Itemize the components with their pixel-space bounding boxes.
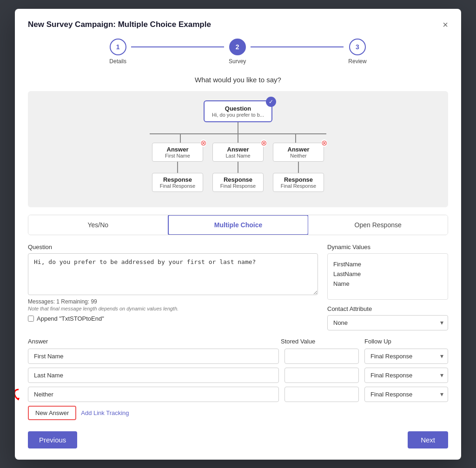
contact-attr-select-wrapper: None xyxy=(327,315,448,330)
step-details: 1 Details xyxy=(109,39,126,65)
tab-multiple-choice[interactable]: Multiple Choice xyxy=(168,215,309,235)
answer-input-3[interactable] xyxy=(28,387,279,402)
answer-node-1[interactable]: Answer First Name ⊗ xyxy=(152,143,203,162)
add-link-button[interactable]: Add Link Tracking xyxy=(81,409,129,416)
modal-overlay: New Survey Campaign: Multiple Choice Exa… xyxy=(0,0,476,468)
contact-attr-select[interactable]: None xyxy=(327,315,448,330)
next-button[interactable]: Next xyxy=(408,431,448,448)
dynamic-value-name[interactable]: Name xyxy=(333,279,442,289)
answer-row-2: Final Response xyxy=(28,368,448,383)
dynamic-value-lastname[interactable]: LastName xyxy=(333,269,442,279)
followup-select-2[interactable]: Final Response xyxy=(364,368,448,383)
contact-attr-label: Contact Attribute xyxy=(327,305,448,312)
form-right: Dynamic Values FirstName LastName Name C… xyxy=(327,244,448,330)
answers-section: Answer Stored Value Follow Up Final Resp… xyxy=(28,338,448,420)
response-node-2-title: Response xyxy=(218,176,258,183)
col-answer-label: Answer xyxy=(28,338,271,345)
answer-node-2[interactable]: Answer Last Name ⊗ xyxy=(212,143,264,162)
v-line-a3 xyxy=(298,162,299,173)
form-section: Question Hi, do you prefer to be address… xyxy=(28,244,448,330)
answer-row-container: Answer First Name ⊗ Response Final Respo… xyxy=(152,143,324,192)
dynamic-values-label: Dynamic Values xyxy=(327,244,448,250)
step-circle-2: 2 xyxy=(229,39,246,55)
question-node[interactable]: Question Hi, do you prefer to b... ✓ xyxy=(204,100,272,122)
previous-button[interactable]: Previous xyxy=(28,431,77,448)
branch-col-1: Answer First Name ⊗ Response Final Respo… xyxy=(152,143,203,192)
append-checkbox[interactable] xyxy=(28,316,34,322)
followup-wrapper-3: Final Response xyxy=(364,387,448,402)
question-node-title: Question xyxy=(212,105,264,112)
v-line-top xyxy=(238,122,238,133)
answer-row-3: Final Response xyxy=(28,387,448,402)
question-node-subtitle: Hi, do you prefer to b... xyxy=(212,112,264,118)
step-label-2: Survey xyxy=(229,58,246,65)
append-label: Append "TxtSTOPtoEnd" xyxy=(37,315,104,322)
step-circle-1: 1 xyxy=(110,39,126,55)
remove-answer-2[interactable]: ⊗ xyxy=(261,139,267,147)
close-button[interactable]: × xyxy=(443,20,448,29)
question-node-badge: ✓ xyxy=(266,97,276,107)
modal-header: New Survey Campaign: Multiple Choice Exa… xyxy=(28,20,448,29)
followup-select-3[interactable]: Final Response xyxy=(364,387,448,402)
modal: New Survey Campaign: Multiple Choice Exa… xyxy=(15,9,461,460)
followup-wrapper-1: Final Response xyxy=(364,349,448,364)
response-node-3[interactable]: Response Final Response xyxy=(273,173,324,192)
response-node-2[interactable]: Response Final Response xyxy=(212,173,264,192)
followup-select-1[interactable]: Final Response xyxy=(364,349,448,364)
answer-node-1-title: Answer xyxy=(158,146,197,153)
dynamic-value-firstname[interactable]: FirstName xyxy=(333,259,442,269)
response-node-3-title: Response xyxy=(279,176,318,183)
tree-wrapper: Question Hi, do you prefer to b... ✓ xyxy=(150,100,326,192)
remove-answer-3[interactable]: ⊗ xyxy=(321,139,327,147)
response-node-1[interactable]: Response Final Response xyxy=(152,173,203,192)
response-node-2-subtitle: Final Response xyxy=(218,183,258,189)
step-label-1: Details xyxy=(109,58,126,65)
step-circle-3: 3 xyxy=(349,39,366,55)
tab-open-response[interactable]: Open Response xyxy=(308,215,448,235)
red-arrow-icon xyxy=(15,386,27,402)
followup-wrapper-2: Final Response xyxy=(364,368,448,383)
stored-input-3[interactable] xyxy=(284,387,359,402)
stored-input-1[interactable] xyxy=(284,349,359,364)
answers-header: Answer Stored Value Follow Up xyxy=(28,338,448,345)
response-node-1-subtitle: Final Response xyxy=(158,183,197,189)
col-followup-label: Follow Up xyxy=(364,338,448,345)
red-arrow-indicator xyxy=(15,386,27,402)
v-line-a1 xyxy=(177,162,178,173)
branch-col-3: Answer Neither ⊗ Response Final Response xyxy=(273,143,324,192)
answer-node-3[interactable]: Answer Neither ⊗ xyxy=(273,143,324,162)
field-meta: Messages: 1 Remaining: 99 xyxy=(28,298,318,305)
append-checkbox-row: Append "TxtSTOPtoEnd" xyxy=(28,315,318,322)
tab-yes-no[interactable]: Yes/No xyxy=(28,215,168,235)
response-node-3-subtitle: Final Response xyxy=(279,183,318,189)
answer-node-2-title: Answer xyxy=(218,146,258,153)
flow-section-title: What would you like to say? xyxy=(28,76,448,84)
answer-node-3-subtitle: Neither xyxy=(279,153,318,158)
question-textarea[interactable]: Hi, do you prefer to be addressed by you… xyxy=(28,253,318,295)
answer-node-1-subtitle: First Name xyxy=(158,153,197,158)
step-survey: 2 Survey xyxy=(229,39,246,65)
stored-input-2[interactable] xyxy=(284,368,359,383)
tabs-row: Yes/No Multiple Choice Open Response xyxy=(28,215,448,235)
form-left: Question Hi, do you prefer to be address… xyxy=(28,244,318,330)
answer-node-2-subtitle: Last Name xyxy=(218,153,258,158)
step-review: 3 Review xyxy=(348,39,366,65)
stepper: 1 Details 2 Survey 3 Review xyxy=(28,39,448,65)
answer-row-1: Final Response xyxy=(28,349,448,364)
col-stored-label: Stored Value xyxy=(281,338,355,345)
answer-input-1[interactable] xyxy=(28,349,279,364)
new-answer-button[interactable]: New Answer xyxy=(28,406,76,420)
dynamic-values-box: FirstName LastName Name xyxy=(327,253,448,300)
step-line-1 xyxy=(131,46,224,47)
question-field-label: Question xyxy=(28,244,318,250)
field-meta-note: Note that final message length depends o… xyxy=(28,306,318,311)
step-label-3: Review xyxy=(348,58,366,65)
answer-node-3-title: Answer xyxy=(279,146,318,153)
v-line-a2 xyxy=(238,162,238,173)
answer-input-2[interactable] xyxy=(28,368,279,383)
action-buttons: New Answer Add Link Tracking xyxy=(28,406,448,420)
branch-col-2: Answer Last Name ⊗ Response Final Respon… xyxy=(212,143,264,192)
remove-answer-1[interactable]: ⊗ xyxy=(200,139,206,147)
step-line-2 xyxy=(251,46,344,47)
modal-title: New Survey Campaign: Multiple Choice Exa… xyxy=(28,20,211,29)
